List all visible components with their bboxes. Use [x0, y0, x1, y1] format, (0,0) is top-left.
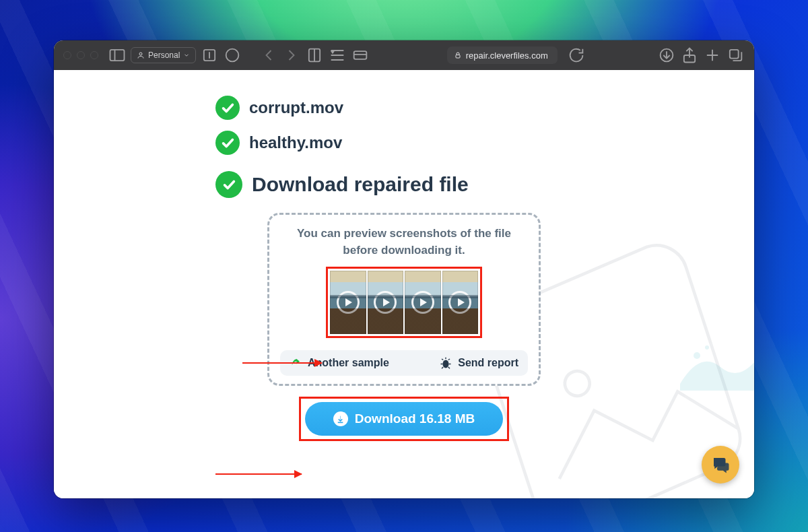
chat-icon: [710, 455, 731, 475]
play-icon: [411, 291, 434, 314]
preview-thumbnail[interactable]: [368, 271, 404, 334]
privacy-icon[interactable]: [351, 46, 370, 64]
download-icon: [333, 411, 348, 426]
profile-selector[interactable]: Personal: [131, 47, 196, 63]
step-corrupt-label: corrupt.mov: [249, 98, 343, 117]
svg-point-2: [139, 53, 142, 55]
url-host: repair.cleverfiles.com: [466, 51, 548, 61]
preview-hint: You can preview screenshots of the file …: [280, 226, 528, 259]
downloads-icon[interactable]: [657, 46, 676, 64]
svg-rect-0: [110, 50, 125, 61]
send-report-label: Send report: [458, 357, 518, 369]
page-body: corrupt.mov healthy.mov Download repaire…: [54, 70, 754, 498]
share-icon[interactable]: [680, 46, 699, 64]
preview-thumbnail[interactable]: [330, 271, 366, 334]
step-healthy: healthy.mov: [215, 131, 593, 155]
svg-point-18: [694, 352, 700, 359]
profile-label: Personal: [148, 51, 180, 60]
svg-rect-8: [354, 51, 367, 59]
window-traffic-lights: [63, 51, 98, 59]
check-icon: [215, 171, 242, 198]
annotation-arrow: [215, 473, 302, 475]
back-button[interactable]: [259, 46, 278, 64]
play-icon: [448, 291, 471, 314]
svg-rect-10: [456, 55, 460, 59]
svg-rect-16: [730, 50, 739, 59]
check-icon: [215, 131, 240, 155]
tabs-overview-icon[interactable]: [726, 46, 745, 64]
preview-thumbnail[interactable]: [405, 271, 441, 334]
forward-button[interactable]: [282, 46, 301, 64]
annotation-arrow: [242, 362, 322, 364]
download-highlight: Download 16.18 MB: [299, 397, 509, 441]
bookmark-icon-1[interactable]: [305, 46, 324, 64]
titlebar: Personal repair.cleverfiles.com: [54, 40, 754, 70]
main-content: corrupt.mov healthy.mov Download repaire…: [215, 90, 593, 441]
splash-decoration: [680, 343, 754, 391]
lock-icon: [454, 51, 462, 59]
svg-point-19: [705, 345, 709, 350]
step-download: Download repaired file: [215, 171, 593, 198]
svg-line-23: [448, 359, 450, 360]
reload-button[interactable]: [567, 46, 586, 64]
svg-point-5: [226, 49, 239, 62]
bookmark-icon-2[interactable]: [328, 46, 347, 64]
extension-icon-1[interactable]: [200, 46, 219, 64]
svg-line-22: [442, 359, 443, 360]
minimize-window-dot[interactable]: [77, 51, 85, 59]
sidebar-toggle-icon[interactable]: [108, 46, 127, 64]
check-icon: [215, 96, 240, 120]
step-download-label: Download repaired file: [252, 173, 469, 196]
chat-fab[interactable]: [702, 446, 739, 484]
preview-thumbnails: [326, 267, 482, 338]
step-healthy-label: healthy.mov: [249, 133, 342, 152]
download-button[interactable]: Download 16.18 MB: [305, 402, 503, 436]
preview-panel: You can preview screenshots of the file …: [267, 213, 541, 386]
play-icon: [374, 291, 397, 314]
new-tab-icon[interactable]: [703, 46, 722, 64]
play-icon: [337, 291, 360, 314]
step-corrupt: corrupt.mov: [215, 96, 593, 120]
svg-line-26: [442, 367, 443, 368]
close-window-dot[interactable]: [63, 51, 71, 59]
download-label: Download 16.18 MB: [355, 411, 475, 426]
preview-thumbnail[interactable]: [442, 271, 479, 334]
address-bar[interactable]: repair.cleverfiles.com: [447, 46, 558, 64]
zoom-window-dot[interactable]: [90, 51, 98, 59]
send-report-button[interactable]: Send report: [440, 357, 518, 369]
extension-icon-2[interactable]: [223, 46, 242, 64]
svg-point-20: [443, 360, 449, 368]
browser-window: Personal repair.cleverfiles.com: [54, 40, 754, 498]
svg-line-27: [448, 367, 450, 368]
